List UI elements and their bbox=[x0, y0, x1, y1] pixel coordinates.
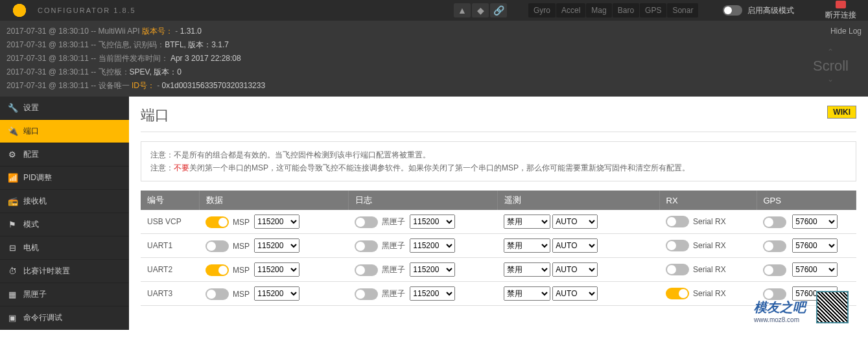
disconnect-button[interactable]: 断开连接 bbox=[825, 1, 856, 21]
select-dropdown[interactable]: 115200 bbox=[254, 214, 299, 229]
sensor-gps: GPS bbox=[640, 3, 666, 17]
select-dropdown[interactable]: 115200 bbox=[410, 238, 455, 253]
msp-toggle[interactable] bbox=[205, 216, 229, 228]
sidebar-icon: ▣ bbox=[8, 313, 17, 323]
select-dropdown[interactable]: 115200 bbox=[410, 286, 455, 301]
column-header: RX bbox=[659, 191, 757, 210]
log-label: 黑匣子 bbox=[382, 241, 405, 250]
select-dropdown[interactable]: 115200 bbox=[410, 262, 455, 277]
msp-label: MSP bbox=[233, 266, 250, 275]
qr-code bbox=[816, 291, 849, 323]
sidebar-item[interactable]: 📶PID调整 bbox=[0, 167, 129, 190]
select-dropdown[interactable]: 115200 bbox=[254, 238, 299, 253]
sidebar-item[interactable]: ⏱比赛计时装置 bbox=[0, 260, 129, 283]
sensor-mag: Mag bbox=[586, 3, 611, 17]
rx-toggle[interactable] bbox=[666, 288, 689, 299]
column-header: 数据 bbox=[199, 191, 348, 210]
gps-toggle[interactable] bbox=[763, 216, 786, 228]
sidebar-icon: ⚙ bbox=[8, 150, 17, 159]
switch-icon bbox=[723, 5, 742, 16]
port-id: UART2 bbox=[141, 258, 199, 282]
gem-icon[interactable]: ◆ bbox=[472, 3, 489, 17]
select-dropdown[interactable]: 115200 bbox=[254, 286, 299, 301]
select-dropdown[interactable]: 禁用 bbox=[504, 238, 550, 253]
log-line: 2017-07-31 @ 18:30:10 -- MultiWii API 版本… bbox=[6, 25, 862, 38]
advanced-mode-toggle[interactable]: 启用高级模式 bbox=[723, 5, 794, 16]
select-dropdown[interactable]: 57600 bbox=[792, 238, 838, 253]
hide-log-button[interactable]: Hide Log bbox=[830, 25, 862, 38]
log-label: 黑匣子 bbox=[382, 217, 405, 226]
rx-toggle[interactable] bbox=[666, 216, 689, 227]
gps-toggle[interactable] bbox=[763, 264, 786, 276]
page-title: 端口 bbox=[141, 106, 169, 125]
msp-toggle[interactable] bbox=[205, 240, 229, 252]
log-toggle[interactable] bbox=[355, 216, 378, 228]
msp-toggle[interactable] bbox=[205, 264, 229, 276]
sensor-accel: Accel bbox=[556, 3, 585, 17]
app-title: CONFIGURATOR 1.8.5 bbox=[38, 6, 136, 14]
select-dropdown[interactable]: 57600 bbox=[792, 214, 838, 229]
select-dropdown[interactable]: 禁用 bbox=[504, 262, 550, 277]
select-dropdown[interactable]: AUTO bbox=[552, 286, 598, 301]
brand-logo: 模友之吧 bbox=[754, 299, 806, 316]
rx-toggle[interactable] bbox=[666, 264, 689, 275]
scroll-indicator[interactable]: ⌃ Scroll ⌄ bbox=[813, 45, 849, 86]
rx-label: Serial RX bbox=[693, 289, 726, 298]
sidebar-icon: ⚑ bbox=[8, 220, 17, 229]
sidebar-icon: ⏱ bbox=[8, 266, 17, 276]
log-toggle[interactable] bbox=[355, 288, 378, 300]
port-id: UART3 bbox=[141, 282, 199, 306]
scroll-label: Scroll bbox=[813, 59, 849, 73]
notice-line-1: 注意：不是所有的组合都是有效的。当飞控固件检测到该串行端口配置将被重置。 bbox=[150, 148, 847, 161]
select-dropdown[interactable]: 115200 bbox=[254, 262, 299, 277]
msp-toggle[interactable] bbox=[205, 288, 229, 300]
log-toggle[interactable] bbox=[355, 240, 378, 252]
sensor-indicators: Gyro Accel Mag Baro GPS Sonar bbox=[528, 3, 698, 17]
content-area: 端口 WIKI 注意：不是所有的组合都是有效的。当飞控固件检测到该串行端口配置将… bbox=[129, 97, 868, 330]
sidebar-item[interactable]: 🔧设置 bbox=[0, 97, 129, 120]
select-dropdown[interactable]: 禁用 bbox=[504, 214, 550, 229]
sidebar-item-label: 接收机 bbox=[23, 196, 47, 207]
log-toggle[interactable] bbox=[355, 264, 378, 276]
port-id: USB VCP bbox=[141, 210, 199, 234]
rx-toggle[interactable] bbox=[666, 240, 689, 251]
sidebar-item-label: 比赛计时装置 bbox=[23, 266, 70, 277]
sidebar-item[interactable]: 📻接收机 bbox=[0, 190, 129, 213]
chevron-up-icon: ⌃ bbox=[813, 45, 849, 59]
select-dropdown[interactable]: AUTO bbox=[552, 238, 598, 253]
sidebar-item[interactable]: ▦黑匣子 bbox=[0, 283, 129, 307]
select-dropdown[interactable]: AUTO bbox=[552, 262, 598, 277]
sidebar-item[interactable]: ⊟电机 bbox=[0, 237, 129, 260]
column-header: 编号 bbox=[141, 191, 199, 210]
sidebar-item-label: 模式 bbox=[23, 219, 39, 230]
gps-toggle[interactable] bbox=[763, 240, 786, 252]
port-id: UART1 bbox=[141, 234, 199, 258]
notice-line-2: 注意：不要关闭第一个串口的MSP，这可能会导致飞控不能连接调参软件。如果你关闭了… bbox=[150, 161, 847, 174]
column-header: 遥测 bbox=[497, 191, 659, 210]
warning-icon[interactable]: ▲ bbox=[454, 3, 471, 17]
sidebar-item[interactable]: ⚙配置 bbox=[0, 143, 129, 167]
select-dropdown[interactable]: 禁用 bbox=[504, 286, 550, 301]
sidebar-item[interactable]: ⚑模式 bbox=[0, 213, 129, 237]
column-header: 日志 bbox=[348, 191, 497, 210]
sidebar-item[interactable]: 🔌端口 bbox=[0, 120, 129, 143]
table-row: UART2MSP 115200黑匣子 115200禁用 AUTOSerial R… bbox=[141, 258, 856, 282]
sidebar-icon: 📻 bbox=[8, 196, 17, 206]
log-panel: Hide Log ⌃ Scroll ⌄ 2017-07-31 @ 18:30:1… bbox=[0, 21, 868, 97]
wiki-button[interactable]: WIKI bbox=[827, 106, 856, 119]
table-row: UART3MSP 115200黑匣子 115200禁用 AUTOSerial R… bbox=[141, 282, 856, 306]
msp-label: MSP bbox=[233, 242, 250, 251]
log-label: 黑匣子 bbox=[382, 289, 405, 298]
sidebar-item-label: 配置 bbox=[23, 149, 39, 160]
toolbar-icons: ▲ ◆ 🔗 bbox=[454, 3, 507, 17]
sidebar-item[interactable]: ▣命令行调试 bbox=[0, 307, 129, 330]
column-header: GPS bbox=[757, 191, 856, 210]
link-icon[interactable]: 🔗 bbox=[490, 3, 507, 17]
sidebar-item-label: 命令行调试 bbox=[23, 312, 62, 323]
select-dropdown[interactable]: 57600 bbox=[792, 262, 838, 277]
table-row: USB VCPMSP 115200黑匣子 115200禁用 AUTOSerial… bbox=[141, 210, 856, 234]
select-dropdown[interactable]: AUTO bbox=[552, 214, 598, 229]
top-bar: CONFIGURATOR 1.8.5 ▲ ◆ 🔗 Gyro Accel Mag … bbox=[0, 0, 868, 21]
msp-label: MSP bbox=[233, 290, 250, 299]
select-dropdown[interactable]: 115200 bbox=[410, 214, 455, 229]
